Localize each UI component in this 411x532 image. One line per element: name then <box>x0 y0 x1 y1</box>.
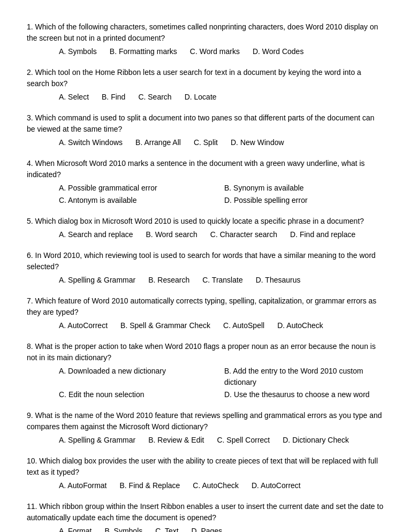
answer-option: B. Synonym is available <box>224 183 384 194</box>
answer-option: D. Use the thesaurus to choose a new wor… <box>224 389 384 400</box>
question-text-q5: 5. Which dialog box in Microsoft Word 20… <box>27 216 384 227</box>
answer-option: C. Character search <box>210 230 277 239</box>
answer-option: D. Locate <box>185 93 217 101</box>
answers-q6: A. Spelling & GrammarB. ResearchC. Trans… <box>27 275 384 286</box>
answer-option: B. Find & Replace <box>119 481 180 490</box>
answer-option: A. Downloaded a new dictionary <box>59 366 219 388</box>
answer-option: A. AutoFormat <box>59 481 106 490</box>
answer-option: B. Research <box>148 276 189 284</box>
answer-option: B. Review & Edit <box>148 436 204 444</box>
question-text-q7: 7. Which feature of Word 2010 automatica… <box>27 295 384 318</box>
answer-option: C. Edit the noun selection <box>59 389 219 400</box>
question-block-q4: 4. When Microsoft Word 2010 marks a sent… <box>27 158 384 206</box>
answer-option: D. Find and replace <box>290 230 355 239</box>
question-text-q6: 6. In Word 2010, which reviewing tool is… <box>27 250 384 272</box>
quiz-container: 1. Which of the following characters, so… <box>27 21 384 532</box>
answer-option: C. Spell Correct <box>217 436 270 444</box>
answers-q11: A. FormatB. SymbolsC. TextD. Pages <box>27 526 384 532</box>
question-block-q9: 9. What is the name of the Word 2010 fea… <box>27 410 384 446</box>
answer-option: D. Pages <box>192 527 223 532</box>
answer-option: A. Spelling & Grammar <box>59 436 135 444</box>
question-text-q11: 11. Which ribbon group within the Insert… <box>27 501 384 523</box>
answer-option: A. AutoCorrect <box>59 321 108 330</box>
answer-option: B. Spell & Grammar Check <box>120 321 210 330</box>
answers-q3: A. Switch WindowsB. Arrange AllC. SplitD… <box>27 137 384 148</box>
question-block-q10: 10. Which dialog box provides the user w… <box>27 455 384 491</box>
question-block-q2: 2. Which tool on the Home Ribbon lets a … <box>27 67 384 103</box>
answers-q2: A. SelectB. FindC. SearchD. Locate <box>27 92 384 103</box>
answer-option: B. Formatting marks <box>110 47 177 56</box>
question-text-q10: 10. Which dialog box provides the user w… <box>27 455 384 478</box>
answers-q1: A. SymbolsB. Formatting marksC. Word mar… <box>27 46 384 57</box>
question-block-q5: 5. Which dialog box in Microsoft Word 20… <box>27 216 384 240</box>
question-block-q6: 6. In Word 2010, which reviewing tool is… <box>27 250 384 286</box>
answer-option: C. Text <box>155 527 178 532</box>
answer-option: A. Symbols <box>59 47 97 56</box>
answer-option: D. Word Codes <box>253 47 303 56</box>
question-text-q4: 4. When Microsoft Word 2010 marks a sent… <box>27 158 384 180</box>
answer-option: A. Format <box>59 527 92 532</box>
answer-option: D. Possible spelling error <box>224 195 384 206</box>
answer-option: D. Thesaurus <box>256 276 301 284</box>
question-block-q8: 8. What is the proper action to take whe… <box>27 341 384 400</box>
answer-option: C. Translate <box>202 276 242 284</box>
question-text-q1: 1. Which of the following characters, so… <box>27 21 384 44</box>
answers-q7: A. AutoCorrectB. Spell & Grammar CheckC.… <box>27 320 384 331</box>
answer-option: B. Arrange All <box>135 138 181 147</box>
answer-option: D. New Window <box>231 138 284 147</box>
question-block-q3: 3. Which command is used to split a docu… <box>27 112 384 148</box>
question-block-q11: 11. Which ribbon group within the Insert… <box>27 501 384 532</box>
question-text-q2: 2. Which tool on the Home Ribbon lets a … <box>27 67 384 89</box>
question-block-q1: 1. Which of the following characters, so… <box>27 21 384 57</box>
answer-option: C. AutoSpell <box>223 321 264 330</box>
answer-option: D. AutoCheck <box>277 321 323 330</box>
answers-q9: A. Spelling & GrammarB. Review & EditC. … <box>27 435 384 446</box>
answer-option: D. Dictionary Check <box>283 436 349 444</box>
answer-option: B. Symbols <box>104 527 142 532</box>
question-text-q8: 8. What is the proper action to take whe… <box>27 341 384 363</box>
answer-option: A. Switch Windows <box>59 138 123 147</box>
answers-q4: A. Possible grammatical errorB. Synonym … <box>27 183 384 206</box>
answer-option: C. Word marks <box>190 47 240 56</box>
answer-option: C. AutoCheck <box>193 481 239 490</box>
answer-option: B. Find <box>102 93 125 101</box>
answer-option: C. Antonym is available <box>59 195 219 206</box>
answer-option: A. Search and replace <box>59 230 133 239</box>
answer-option: B. Word search <box>146 230 197 239</box>
answer-option: B. Add the entry to the Word 2010 custom… <box>224 366 384 388</box>
answers-q8: A. Downloaded a new dictionaryB. Add the… <box>27 366 384 400</box>
question-text-q3: 3. Which command is used to split a docu… <box>27 112 384 135</box>
answers-q5: A. Search and replaceB. Word searchC. Ch… <box>27 229 384 240</box>
question-text-q9: 9. What is the name of the Word 2010 fea… <box>27 410 384 432</box>
answer-option: C. Search <box>138 93 171 101</box>
answer-option: D. AutoCorrect <box>252 481 301 490</box>
answer-option: C. Split <box>194 138 218 147</box>
answers-q10: A. AutoFormatB. Find & ReplaceC. AutoChe… <box>27 480 384 491</box>
answer-option: A. Select <box>59 93 89 101</box>
answer-option: A. Spelling & Grammar <box>59 276 135 284</box>
question-block-q7: 7. Which feature of Word 2010 automatica… <box>27 295 384 331</box>
answer-option: A. Possible grammatical error <box>59 183 219 194</box>
